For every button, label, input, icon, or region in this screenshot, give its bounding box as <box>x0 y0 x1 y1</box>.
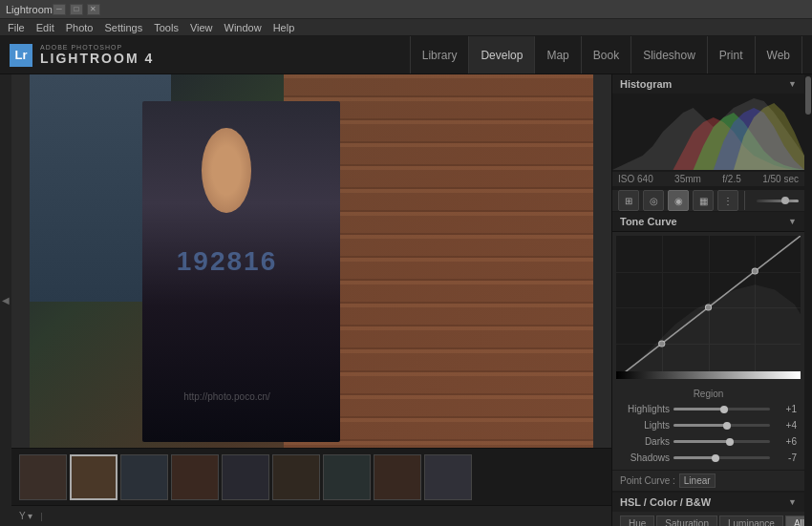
darks-thumb[interactable] <box>726 438 734 446</box>
filmstrip-thumb[interactable] <box>272 454 320 500</box>
lights-row: Lights +4 <box>620 417 797 433</box>
right-scrollbar[interactable] <box>804 74 812 526</box>
highlights-fill <box>673 408 724 410</box>
titlebar-controls: ─ □ ✕ <box>53 4 100 15</box>
filmstrip-thumb[interactable] <box>222 454 269 500</box>
gradient-bar <box>616 371 801 379</box>
photo-person <box>142 101 340 442</box>
menu-file[interactable]: File <box>8 22 25 33</box>
view-mode-label: Y ▾ <box>19 511 32 521</box>
tab-web[interactable]: Web <box>755 36 802 74</box>
lights-thumb[interactable] <box>723 422 731 430</box>
filmstrip-thumb[interactable] <box>19 454 67 500</box>
region-section: Region Highlights +1 Lights <box>612 383 804 470</box>
histogram-area: ISO 640 35mm f/2.5 1/50 sec <box>612 94 804 189</box>
point-curve-value[interactable]: Linear <box>679 473 716 488</box>
histogram-header[interactable]: Histogram ▼ <box>612 74 804 94</box>
lights-slider[interactable] <box>673 424 770 427</box>
minimize-button[interactable]: ─ <box>53 4 66 15</box>
histogram-focal: 35mm <box>674 174 701 184</box>
lr-badge: Lr <box>10 44 32 67</box>
photo-face <box>202 128 251 213</box>
shadows-row: Shadows -7 <box>620 450 797 466</box>
tab-develop[interactable]: Develop <box>468 36 534 74</box>
product-name: LIGHTROOM 4 <box>40 51 154 66</box>
shadows-fill <box>673 456 716 459</box>
shadows-label: Shadows <box>620 452 670 463</box>
shadows-value: -7 <box>774 452 797 463</box>
tab-map[interactable]: Map <box>534 36 580 74</box>
filmstrip-thumb[interactable] <box>424 454 472 500</box>
close-button[interactable]: ✕ <box>87 4 100 15</box>
tab-book[interactable]: Book <box>581 36 630 74</box>
shadows-slider[interactable] <box>673 456 770 459</box>
tone-slider-thumb[interactable] <box>781 197 789 204</box>
filmstrip-thumb[interactable] <box>374 454 421 500</box>
svg-point-10 <box>705 305 711 310</box>
menu-tools[interactable]: Tools <box>154 22 179 33</box>
tool-grad[interactable]: ▦ <box>693 190 714 211</box>
menu-window[interactable]: Window <box>224 22 262 33</box>
highlights-thumb[interactable] <box>720 406 728 413</box>
histogram-section: Histogram ▼ ISO 640 35mm <box>612 74 804 190</box>
filmstrip-thumb[interactable] <box>70 454 118 500</box>
tool-heal[interactable]: ◎ <box>643 190 664 211</box>
highlights-row: Highlights +1 <box>620 401 797 417</box>
hsl-header[interactable]: HSL / Color / B&W ▼ <box>612 493 804 512</box>
filmstrip-thumb[interactable] <box>171 454 219 500</box>
filmstrip-thumb[interactable] <box>323 454 371 500</box>
menu-edit[interactable]: Edit <box>36 22 54 33</box>
menu-view[interactable]: View <box>190 22 213 33</box>
curve-area[interactable] <box>616 236 801 379</box>
maximize-button[interactable]: □ <box>70 4 83 15</box>
highlights-slider[interactable] <box>673 408 770 410</box>
hsl-tabs: Hue Saturation Luminance All <box>612 512 804 526</box>
tab-print[interactable]: Print <box>707 36 755 74</box>
tone-slider-track[interactable] <box>757 200 799 202</box>
nav-tabs: Library Develop Map Book Slideshow Print… <box>162 36 802 74</box>
photo-area[interactable]: 192816 http://photo.poco.cn/ <box>11 74 611 448</box>
hsl-tab-luminance[interactable]: Luminance <box>719 515 783 526</box>
darks-fill <box>673 440 730 443</box>
tool-adj[interactable]: ⋮ <box>717 190 738 211</box>
hsl-tab-saturation[interactable]: Saturation <box>656 515 717 526</box>
logo-text: ADOBE PHOTOSHOP LIGHTROOM 4 <box>40 44 154 66</box>
tab-library[interactable]: Library <box>410 36 469 74</box>
shadows-thumb[interactable] <box>712 454 719 462</box>
main-content: ◀ 192816 http://photo.poco.cn/ <box>0 74 812 526</box>
point-curve-label: Point Curve : <box>620 475 675 486</box>
histogram-info: ISO 640 35mm f/2.5 1/50 sec <box>612 172 804 186</box>
bottom-bar: Y ▾ | <box>11 505 611 526</box>
hsl-title: HSL / Color / B&W <box>620 496 711 508</box>
hsl-tab-hue[interactable]: Hue <box>620 515 654 526</box>
highlights-label: Highlights <box>620 404 670 414</box>
lights-value: +4 <box>774 420 797 431</box>
tab-slideshow[interactable]: Slideshow <box>630 36 707 74</box>
menu-settings[interactable]: Settings <box>104 22 142 33</box>
menu-photo[interactable]: Photo <box>66 22 94 33</box>
center-panel: 192816 http://photo.poco.cn/ Y ▾ | <box>11 74 611 526</box>
hsl-chevron: ▼ <box>788 497 797 507</box>
histogram-iso: ISO 640 <box>618 174 653 184</box>
tone-curve-header[interactable]: Tone Curve ▼ <box>612 212 804 232</box>
svg-point-9 <box>659 341 665 347</box>
titlebar: Lightroom ─ □ ✕ <box>0 0 812 19</box>
filmstrip <box>11 448 611 505</box>
photo-container: 192816 http://photo.poco.cn/ <box>30 74 593 448</box>
tool-redeye[interactable]: ◉ <box>668 190 689 211</box>
lights-label: Lights <box>620 420 670 431</box>
tone-curve-chevron: ▼ <box>788 217 797 226</box>
darks-slider[interactable] <box>673 440 770 443</box>
hsl-tab-all[interactable]: All <box>785 515 804 526</box>
photo-background: 192816 http://photo.poco.cn/ <box>30 74 593 448</box>
left-panel-toggle[interactable]: ◀ <box>0 74 11 526</box>
scroll-thumb[interactable] <box>805 76 811 115</box>
filmstrip-thumb[interactable] <box>120 454 168 500</box>
menu-help[interactable]: Help <box>273 22 295 33</box>
curve-line <box>616 236 801 379</box>
logo-area: Lr ADOBE PHOTOSHOP LIGHTROOM 4 <box>10 44 162 67</box>
tool-crop[interactable]: ⊞ <box>618 190 639 211</box>
tone-curve-title: Tone Curve <box>620 216 677 227</box>
region-label: Region <box>620 387 797 401</box>
point-curve-row: Point Curve : Linear <box>612 470 804 491</box>
